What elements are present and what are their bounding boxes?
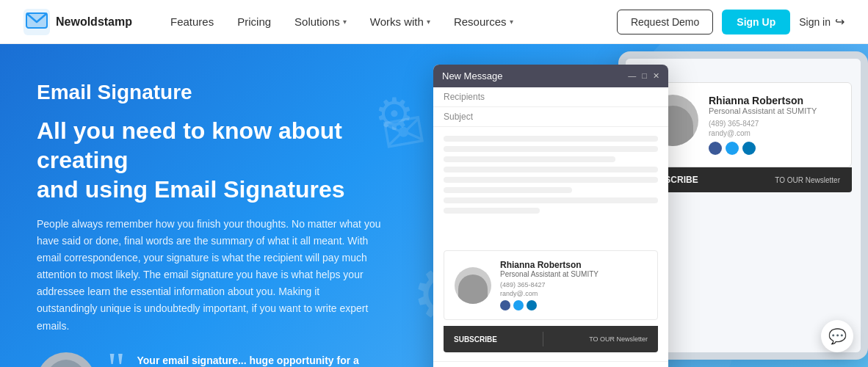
tablet-linkedin-icon	[742, 142, 756, 155]
tablet-signature-email: randy@.com	[709, 129, 839, 137]
quote-text: Your email signature... huge opportunity…	[137, 352, 383, 367]
body-line	[444, 208, 540, 214]
hero-title-large: All you need to know about creatingand u…	[37, 116, 382, 204]
sign-up-button[interactable]: Sign Up	[722, 10, 790, 34]
tablet-signature-info: Rhianna Robertson Personal Assistant at …	[709, 95, 839, 155]
hero-mockup: New Message — □ ✕ Recipients Subject	[411, 44, 868, 367]
recipients-label: Recipients	[444, 92, 485, 102]
nav-item-pricing[interactable]: Pricing	[228, 11, 280, 32]
email-compose-window: New Message — □ ✕ Recipients Subject	[433, 65, 668, 367]
compose-controls: — □ ✕	[628, 71, 659, 81]
body-line	[444, 177, 658, 183]
hero-body-text: People always remember how you finish yo…	[37, 216, 382, 335]
compose-titlebar: New Message — □ ✕	[433, 65, 668, 87]
tablet-facebook-icon	[709, 142, 722, 155]
compose-recipients-field[interactable]: Recipients	[433, 87, 668, 107]
compose-body-area[interactable]	[433, 127, 668, 244]
subscribe-divider	[543, 332, 543, 346]
nav-actions: Request Demo Sign Up Sign in ↪	[617, 10, 845, 34]
body-line	[444, 167, 658, 172]
chat-bubble-button[interactable]: 💬	[821, 320, 853, 352]
linkedin-icon	[527, 300, 537, 310]
minimize-icon[interactable]: —	[628, 71, 636, 81]
navbar: Newoldstamp Features Pricing Solutions ▾…	[0, 0, 868, 44]
chevron-down-icon: ▾	[427, 18, 430, 26]
nav-links: Features Pricing Solutions ▾ Works with …	[162, 11, 617, 32]
hero-section: ⚙ ⚙ ✉ Email Signature All you need to kn…	[0, 44, 868, 367]
nav-item-resources[interactable]: Resources ▾	[445, 11, 522, 32]
hero-content: Email Signature All you need to know abo…	[0, 44, 411, 367]
chat-icon: 💬	[828, 327, 847, 345]
hero-title-small: Email Signature	[37, 81, 382, 104]
chevron-down-icon: ▾	[343, 18, 347, 26]
tablet-signature-title: Personal Assistant at SUMITY	[709, 106, 839, 115]
nav-item-works-with[interactable]: Works with ▾	[361, 11, 439, 32]
body-line	[444, 187, 572, 193]
facebook-icon	[500, 300, 510, 310]
avatar-figure	[44, 360, 88, 367]
quote-block: " Your email signature... huge opportuni…	[37, 352, 382, 367]
request-demo-button[interactable]: Request Demo	[617, 10, 713, 34]
close-icon[interactable]: ✕	[653, 71, 659, 81]
tablet-twitter-icon	[726, 142, 739, 155]
tablet-signature-social	[709, 142, 839, 155]
signature-phone: (489) 365-8427	[500, 281, 647, 288]
tablet-subscribe-label: TO OUR Newsletter	[775, 176, 840, 184]
signature-card: Rhianna Robertson Personal Assistant at …	[444, 250, 658, 320]
body-line	[444, 146, 658, 152]
subject-label: Subject	[444, 112, 473, 122]
chevron-down-icon: ▾	[510, 18, 513, 26]
nav-label-pricing: Pricing	[237, 15, 271, 28]
logo[interactable]: Newoldstamp	[23, 9, 132, 35]
compose-send-bar: Send 📎 🔗 😊 🖼	[433, 361, 668, 367]
nav-label-features: Features	[170, 15, 214, 28]
sign-in-label: Sign in	[799, 16, 831, 28]
avatar	[37, 352, 95, 367]
compose-title: New Message	[442, 70, 502, 81]
nav-item-solutions[interactable]: Solutions ▾	[286, 11, 355, 32]
logo-icon	[23, 9, 50, 35]
nav-label-works-with: Works with	[370, 15, 424, 28]
signature-name: Rhianna Robertson	[500, 260, 647, 270]
signature-title: Personal Assistant at SUMITY	[500, 270, 647, 278]
twitter-icon	[513, 300, 524, 310]
body-line	[444, 156, 615, 162]
subscribe-label: TO OUR Newsletter	[589, 335, 648, 343]
signature-info: Rhianna Robertson Personal Assistant at …	[500, 260, 647, 310]
subscribe-button-text: SUBSCRIBE	[454, 335, 497, 344]
signature-email: randy@.com	[500, 290, 647, 297]
nav-label-resources: Resources	[454, 15, 507, 28]
quote-mark-icon: "	[107, 352, 126, 367]
signature-avatar-body	[458, 275, 488, 304]
compose-subject-field[interactable]: Subject	[433, 107, 668, 127]
signature-avatar	[455, 267, 491, 304]
sign-in-button[interactable]: Sign in ↪	[799, 15, 845, 29]
maximize-icon[interactable]: □	[642, 71, 647, 81]
nav-label-solutions: Solutions	[294, 15, 340, 28]
signature-social	[500, 300, 647, 310]
tablet-signature-phone: (489) 365-8427	[709, 120, 839, 128]
sign-in-arrow-icon: ↪	[835, 15, 845, 29]
tablet-signature-name: Rhianna Robertson	[709, 95, 839, 106]
body-line	[444, 136, 658, 142]
nav-item-features[interactable]: Features	[162, 11, 223, 32]
body-line	[444, 197, 658, 203]
logo-text: Newoldstamp	[56, 15, 132, 29]
subscribe-bar: SUBSCRIBE TO OUR Newsletter	[444, 326, 658, 352]
